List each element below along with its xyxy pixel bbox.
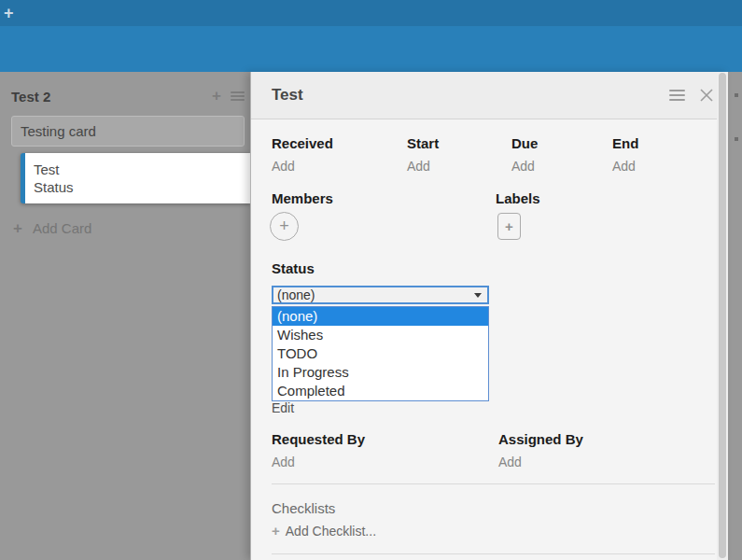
plus-icon: +	[279, 217, 289, 236]
assigned-by-add-link[interactable]: Add	[498, 455, 522, 469]
card-detail-header: Test	[251, 72, 728, 119]
list-header: Test 2 +	[11, 86, 245, 106]
requested-by-label: Requested By	[272, 431, 365, 447]
requested-by-add-link[interactable]: Add	[272, 455, 295, 469]
status-dropdown-list: (none) Wishes TODO In Progress Completed	[272, 306, 489, 401]
card-menu-icon[interactable]	[669, 90, 685, 101]
status-select[interactable]: (none)	[272, 286, 489, 304]
top-navbar: +	[0, 0, 742, 26]
assigned-by-label: Assigned By	[498, 431, 583, 447]
status-label: Status	[272, 260, 315, 276]
chevron-down-icon	[474, 293, 482, 298]
app-window: + Test 2 + Testing card Test Status + Ad…	[0, 0, 742, 560]
list-menu-icon[interactable]	[231, 91, 245, 101]
plus-icon: +	[13, 221, 22, 235]
checklists-heading: Checklists	[272, 500, 335, 516]
status-selected-value: (none)	[277, 287, 315, 302]
members-label: Members	[272, 190, 333, 206]
status-option[interactable]: TODO	[273, 344, 488, 363]
status-option[interactable]: Wishes	[273, 326, 488, 344]
card-detail-title: Test	[272, 86, 669, 105]
close-icon[interactable]	[700, 89, 713, 102]
card-test-status-selected[interactable]: Test Status	[21, 153, 250, 203]
card-testing-card[interactable]: Testing card	[11, 116, 245, 147]
status-edit-link[interactable]: Edit	[272, 400, 294, 415]
start-label: Start	[407, 135, 439, 151]
add-member-button[interactable]: +	[270, 212, 299, 241]
received-label: Received	[272, 135, 333, 151]
panel-scrollbar-thumb[interactable]	[719, 73, 726, 558]
due-add-link[interactable]: Add	[511, 159, 535, 174]
status-option[interactable]: (none)	[273, 307, 488, 326]
card-detail-panel: Test Received Start Due End Add Add Add …	[250, 72, 728, 560]
list-add-icon[interactable]: +	[212, 89, 221, 104]
card-title-line: Status	[34, 178, 250, 196]
add-card-button[interactable]: + Add Card	[13, 220, 91, 236]
hidden-list-icon-sliver	[735, 93, 738, 97]
section-divider	[272, 553, 715, 554]
plus-icon: +	[272, 525, 280, 538]
section-divider	[272, 483, 715, 484]
add-checklist-button[interactable]: + Add Checklist...	[272, 524, 376, 539]
add-checklist-label: Add Checklist...	[286, 524, 376, 539]
start-add-link[interactable]: Add	[407, 159, 430, 174]
add-label-button[interactable]: +	[497, 213, 521, 240]
card-title: Testing card	[21, 123, 96, 139]
hidden-list-icon-sliver	[735, 137, 738, 141]
list-title: Test 2	[11, 89, 212, 105]
end-add-link[interactable]: Add	[612, 159, 636, 174]
panel-scrollbar-track[interactable]	[717, 72, 728, 560]
plus-icon: +	[505, 218, 513, 234]
card-title-line: Test	[34, 161, 250, 178]
status-option[interactable]: In Progress	[273, 363, 488, 382]
add-board-icon[interactable]: +	[4, 2, 14, 24]
due-label: Due	[511, 135, 538, 151]
status-option[interactable]: Completed	[273, 382, 488, 400]
labels-label: Labels	[496, 190, 540, 206]
received-add-link[interactable]: Add	[272, 159, 295, 174]
board-header-bar	[0, 26, 742, 72]
end-label: End	[612, 135, 638, 151]
add-card-label: Add Card	[33, 220, 91, 236]
